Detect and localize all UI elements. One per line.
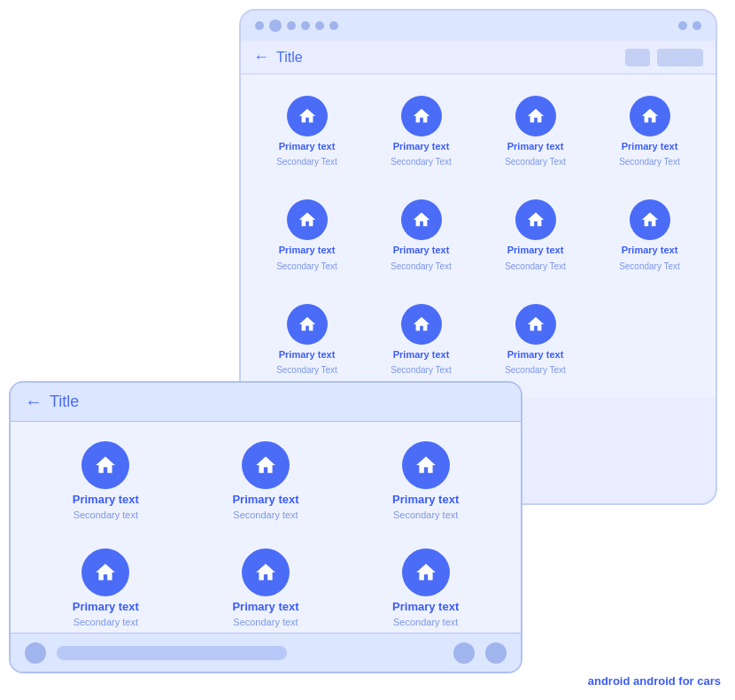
secondary-text-3-1: Secondary Text <box>276 364 337 376</box>
brand-for-cars: android for cars <box>633 674 721 688</box>
home-icon-circle-3-1 <box>287 304 328 345</box>
tablet-primary-1-2: Primary text <box>232 493 298 506</box>
secondary-text-1-1: Secondary Text <box>276 156 337 167</box>
tablet-home-icon-2-2 <box>242 548 290 596</box>
primary-text-2-1: Primary text <box>279 244 336 256</box>
phone-top-bar: ← Title <box>241 41 716 74</box>
tablet-grid-item-1-3[interactable]: Primary text Secondary text <box>348 434 503 527</box>
home-icon-circle-3-2 <box>401 304 442 345</box>
phone-grid-item-3-2[interactable]: Primary text Secondary Text <box>366 297 476 383</box>
phone-action-btn-1[interactable] <box>625 49 650 66</box>
phone-action-btn-2[interactable] <box>657 49 703 66</box>
brand-android: android <box>588 674 631 688</box>
home-icon-circle-2-4 <box>630 199 670 240</box>
status-dot-r1 <box>678 21 687 30</box>
primary-text-2-3: Primary text <box>507 244 564 256</box>
primary-text-1-4: Primary text <box>622 140 678 152</box>
phone-grid-row-1: Primary text Secondary Text Primary text… <box>241 74 716 189</box>
phone-grid-item-2-3[interactable]: Primary text Secondary Text <box>480 192 591 278</box>
phone-grid-item-2-2[interactable]: Primary text Secondary Text <box>366 192 476 278</box>
primary-text-1-1: Primary text <box>279 140 336 152</box>
phone-back-arrow[interactable]: ← <box>253 48 269 66</box>
status-dot-4 <box>301 21 310 30</box>
secondary-text-1-2: Secondary Text <box>391 156 452 167</box>
secondary-text-1-3: Secondary Text <box>505 156 566 167</box>
home-icon-circle-1-1 <box>287 96 328 136</box>
tablet-grid-item-1-2[interactable]: Primary text Secondary text <box>189 434 344 527</box>
tablet-primary-1-1: Primary text <box>73 493 139 506</box>
home-icon-circle-2-2 <box>401 199 442 240</box>
secondary-text-3-2: Secondary Text <box>391 364 452 376</box>
secondary-text-1-4: Secondary Text <box>619 156 680 167</box>
phone-grid-item-2-1[interactable]: Primary text Secondary Text <box>251 192 362 278</box>
tablet-home-icon-1-3 <box>402 441 450 489</box>
tablet-home-icon-2-1 <box>81 548 129 596</box>
home-icon-circle-1-3 <box>515 96 556 136</box>
phone-grid-row-2: Primary text Secondary Text Primary text… <box>241 189 716 292</box>
status-dot-3 <box>287 21 296 30</box>
status-dot-1 <box>255 21 264 30</box>
home-icon-circle-1-4 <box>630 96 670 136</box>
tablet-home-icon-1-1 <box>81 441 129 489</box>
phone-grid-item-3-1[interactable]: Primary text Secondary Text <box>251 297 362 383</box>
tablet-bottom-bar <box>11 633 521 672</box>
phone-grid-item-2-4[interactable]: Primary text Secondary Text <box>594 192 705 278</box>
tablet-secondary-2-2: Secondary text <box>233 617 298 627</box>
secondary-text-2-4: Secondary Text <box>619 261 680 272</box>
tablet-secondary-1-1: Secondary text <box>74 509 138 520</box>
home-icon-circle-1-2 <box>401 96 442 136</box>
tablet-primary-1-3: Primary text <box>392 493 459 506</box>
phone-title: Title <box>276 50 618 66</box>
tablet-secondary-1-2: Secondary text <box>233 509 298 520</box>
tablet-grid-item-2-1[interactable]: Primary text Secondary text <box>28 541 183 634</box>
home-icon-circle-2-3 <box>515 199 556 240</box>
status-dot-6 <box>329 21 338 30</box>
bottom-dot-3 <box>485 642 507 664</box>
tablet-back-arrow[interactable]: ← <box>25 392 43 412</box>
bottom-dot-1 <box>25 642 46 664</box>
primary-text-3-3: Primary text <box>507 348 564 361</box>
tablet-secondary-2-1: Secondary text <box>74 617 138 627</box>
tablet-primary-2-1: Primary text <box>73 600 139 613</box>
tablet-grid-item-2-2[interactable]: Primary text Secondary text <box>189 541 344 634</box>
primary-text-2-4: Primary text <box>622 244 678 256</box>
secondary-text-3-3: Secondary Text <box>505 364 566 376</box>
tablet-grid-row-2: Primary text Secondary text Primary text… <box>11 540 521 647</box>
primary-text-2-2: Primary text <box>393 244 450 256</box>
status-dot-r2 <box>692 21 701 30</box>
tablet-primary-2-3: Primary text <box>392 600 459 613</box>
phone-grid-item-1-3[interactable]: Primary text Secondary Text <box>480 89 591 175</box>
primary-text-1-3: Primary text <box>507 140 564 152</box>
bottom-dot-2 <box>453 642 475 664</box>
status-dot-2 <box>269 19 282 32</box>
phone-grid-item-1-4[interactable]: Primary text Secondary Text <box>594 89 705 175</box>
status-dot-5 <box>315 21 324 30</box>
tablet-primary-2-2: Primary text <box>232 600 298 613</box>
home-icon-circle-3-3 <box>515 304 556 345</box>
tablet-title: Title <box>50 393 507 411</box>
tablet-secondary-2-3: Secondary text <box>393 617 458 627</box>
tablet-home-icon-2-3 <box>402 548 450 596</box>
tablet-top-bar: ← Title <box>11 383 521 422</box>
tablet-secondary-1-3: Secondary text <box>393 509 458 520</box>
tablet-home-icon-1-2 <box>242 441 290 489</box>
tablet-grid-item-1-1[interactable]: Primary text Secondary text <box>28 434 183 527</box>
secondary-text-2-1: Secondary Text <box>276 261 337 272</box>
phone-grid-item-1-1[interactable]: Primary text Secondary Text <box>251 89 362 175</box>
brand-label: android android for cars <box>588 674 721 688</box>
secondary-text-2-2: Secondary Text <box>391 261 452 272</box>
phone-status-bar <box>241 11 716 41</box>
secondary-text-2-3: Secondary Text <box>505 261 566 272</box>
primary-text-1-2: Primary text <box>393 140 450 152</box>
primary-text-3-1: Primary text <box>279 348 336 361</box>
tablet-grid-item-2-3[interactable]: Primary text Secondary text <box>348 541 503 634</box>
phone-grid-item-1-2[interactable]: Primary text Secondary Text <box>366 89 476 175</box>
home-icon-circle-2-1 <box>287 199 328 240</box>
phone-grid-item-3-3[interactable]: Primary text Secondary Text <box>480 297 591 383</box>
tablet-frame: ← Title Primary text Secondary text Prim… <box>9 381 522 673</box>
tablet-grid-row-1: Primary text Secondary text Primary text… <box>11 422 521 540</box>
bottom-pill <box>57 646 287 660</box>
primary-text-3-2: Primary text <box>393 348 450 361</box>
